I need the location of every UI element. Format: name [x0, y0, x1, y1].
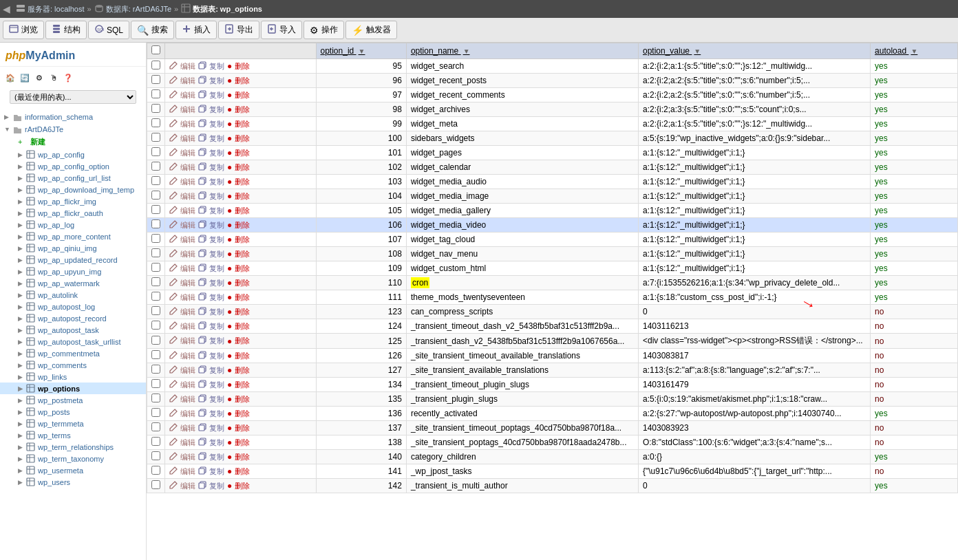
- sidebar-item-wp_ap_more_content[interactable]: ▶ wp_ap_more_content: [0, 230, 146, 242]
- row-checkbox[interactable]: [151, 89, 160, 98]
- delete-link[interactable]: 删除: [235, 235, 250, 245]
- sidebar-item-wp_ap_download_img_temp[interactable]: ▶ wp_ap_download_img_temp: [0, 184, 146, 195]
- copy-link[interactable]: 复制: [209, 292, 224, 303]
- row-checkbox[interactable]: [151, 350, 160, 359]
- edit-link[interactable]: 编辑: [180, 321, 195, 332]
- sidebar-item-information_schema[interactable]: ▶ information_schema: [0, 111, 146, 123]
- delete-link[interactable]: 删除: [235, 351, 250, 361]
- delete-link[interactable]: 删除: [235, 438, 250, 448]
- copy-link[interactable]: 复制: [209, 307, 224, 317]
- copy-link[interactable]: 复制: [209, 148, 224, 158]
- sql-button[interactable]: SQL SQL: [88, 21, 129, 39]
- edit-link[interactable]: 编辑: [180, 76, 195, 86]
- edit-link[interactable]: 编辑: [180, 423, 195, 433]
- copy-link[interactable]: 复制: [209, 336, 224, 346]
- sidebar-item-wp_ap_log[interactable]: ▶ wp_ap_log: [0, 219, 146, 230]
- reload-icon[interactable]: 🔄: [19, 72, 31, 84]
- edit-link[interactable]: 编辑: [180, 278, 195, 288]
- copy-link[interactable]: 复制: [209, 177, 224, 187]
- sidebar-item-wp_posts[interactable]: ▶ wp_posts: [0, 406, 146, 418]
- edit-link[interactable]: 编辑: [180, 307, 195, 317]
- browse-button[interactable]: 浏览: [3, 21, 44, 39]
- copy-link[interactable]: 复制: [209, 206, 224, 216]
- header-checkbox[interactable]: [147, 43, 165, 59]
- home-icon[interactable]: 🏠: [4, 72, 17, 84]
- header-option-name[interactable]: option_name ▼: [406, 43, 638, 59]
- edit-link[interactable]: 编辑: [180, 162, 195, 173]
- db-breadcrumb[interactable]: 数据库: rArtDA6JTe: [106, 4, 171, 14]
- copy-link[interactable]: 复制: [209, 351, 224, 361]
- delete-link[interactable]: 删除: [235, 76, 250, 86]
- row-checkbox[interactable]: [151, 306, 160, 315]
- delete-link[interactable]: 删除: [235, 336, 250, 346]
- copy-link[interactable]: 复制: [209, 191, 224, 202]
- copy-link[interactable]: 复制: [209, 263, 224, 274]
- copy-link[interactable]: 复制: [209, 119, 224, 129]
- edit-link[interactable]: 编辑: [180, 191, 195, 202]
- edit-link[interactable]: 编辑: [180, 394, 195, 405]
- row-checkbox[interactable]: [151, 133, 160, 142]
- row-checkbox[interactable]: [151, 263, 160, 272]
- copy-link[interactable]: 复制: [209, 452, 224, 462]
- row-checkbox[interactable]: [151, 422, 160, 431]
- copy-link[interactable]: 复制: [209, 133, 224, 144]
- sidebar-item-rArtDA6JTe[interactable]: ▼ rArtDA6JTe: [0, 123, 146, 136]
- copy-link[interactable]: 复制: [209, 105, 224, 115]
- row-checkbox[interactable]: [151, 408, 160, 417]
- header-option-value[interactable]: option_value ▼: [638, 43, 870, 59]
- edit-link[interactable]: 编辑: [180, 380, 195, 390]
- structure-button[interactable]: 结构: [45, 21, 87, 39]
- row-checkbox[interactable]: [151, 379, 160, 388]
- edit-link[interactable]: 编辑: [180, 90, 195, 100]
- edit-link[interactable]: 编辑: [180, 105, 195, 115]
- copy-link[interactable]: 复制: [209, 90, 224, 100]
- row-checkbox[interactable]: [151, 118, 160, 127]
- delete-link[interactable]: 删除: [235, 365, 250, 376]
- copy-link[interactable]: 复制: [209, 481, 224, 491]
- copy-link[interactable]: 复制: [209, 162, 224, 173]
- row-checkbox[interactable]: [151, 394, 160, 402]
- sidebar-item-wp_autopost_record[interactable]: ▶ wp_autopost_record: [0, 312, 146, 324]
- delete-link[interactable]: 删除: [235, 380, 250, 390]
- delete-link[interactable]: 删除: [235, 119, 250, 129]
- sidebar-item-wp_ap_config_option[interactable]: ▶ wp_ap_config_option: [0, 160, 146, 172]
- edit-link[interactable]: 编辑: [180, 177, 195, 187]
- edit-link[interactable]: 编辑: [180, 336, 195, 346]
- row-checkbox[interactable]: [151, 466, 160, 475]
- row-checkbox[interactable]: [151, 480, 160, 489]
- console-icon[interactable]: 🖱: [47, 72, 60, 84]
- row-checkbox[interactable]: [151, 162, 160, 171]
- row-checkbox[interactable]: [151, 75, 160, 84]
- edit-link[interactable]: 编辑: [180, 133, 195, 144]
- server-breadcrumb[interactable]: 服务器: localhost: [28, 4, 85, 14]
- header-option-id[interactable]: option_id ▼: [316, 43, 406, 59]
- copy-link[interactable]: 复制: [209, 76, 224, 86]
- row-checkbox[interactable]: [151, 176, 160, 185]
- operations-button[interactable]: ⚙ 操作: [304, 21, 344, 39]
- delete-link[interactable]: 删除: [235, 206, 250, 216]
- copy-link[interactable]: 复制: [209, 278, 224, 288]
- row-checkbox[interactable]: [151, 277, 160, 286]
- back-arrow[interactable]: ◀: [3, 3, 10, 14]
- row-checkbox[interactable]: [151, 219, 160, 228]
- edit-link[interactable]: 编辑: [180, 365, 195, 376]
- header-autoload[interactable]: autoload ▼: [871, 43, 958, 59]
- delete-link[interactable]: 删除: [235, 466, 250, 477]
- edit-link[interactable]: 编辑: [180, 481, 195, 491]
- edit-link[interactable]: 编辑: [180, 61, 195, 72]
- edit-link[interactable]: 编辑: [180, 452, 195, 462]
- copy-link[interactable]: 复制: [209, 249, 224, 259]
- copy-link[interactable]: 复制: [209, 61, 224, 72]
- row-checkbox[interactable]: [151, 147, 160, 156]
- copy-link[interactable]: 复制: [209, 220, 224, 230]
- edit-link[interactable]: 编辑: [180, 466, 195, 477]
- row-checkbox[interactable]: [151, 292, 160, 301]
- sidebar-item-wp_links[interactable]: ▶ wp_links: [0, 371, 146, 383]
- sidebar-item-wp_ap_config_url_list[interactable]: ▶ wp_ap_config_url_list: [0, 172, 146, 184]
- copy-link[interactable]: 复制: [209, 423, 224, 433]
- sidebar-item-wp_term_relationships[interactable]: ▶ wp_term_relationships: [0, 441, 146, 453]
- select-all-checkbox[interactable]: [151, 45, 160, 54]
- edit-link[interactable]: 编辑: [180, 235, 195, 245]
- sidebar-item-__[interactable]: + 新建: [0, 136, 146, 149]
- delete-link[interactable]: 删除: [235, 263, 250, 274]
